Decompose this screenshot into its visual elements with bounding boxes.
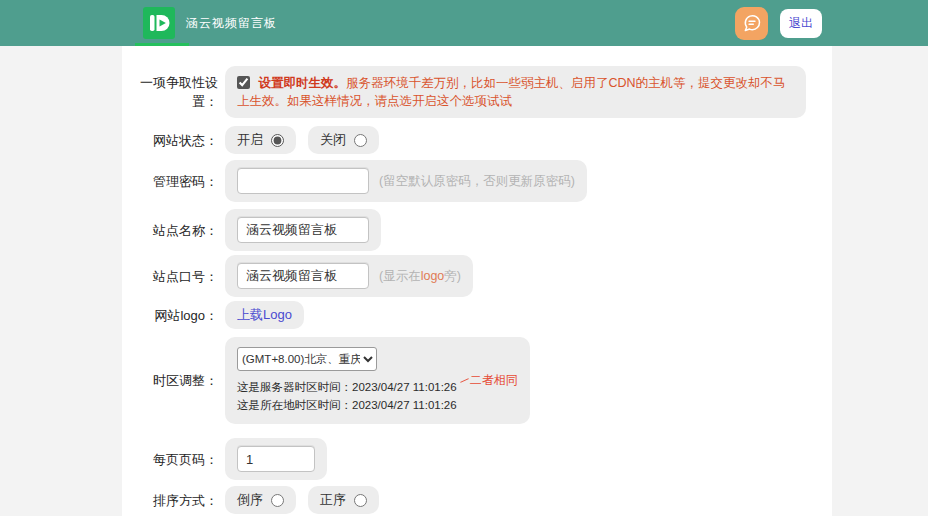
radio-label: 开启 — [237, 131, 263, 149]
field-label: 时区调整： — [122, 371, 218, 390]
field-label: 网站状态： — [122, 131, 218, 150]
admin-password-hint: (留空默认原密码，否则更新原密码) — [379, 173, 575, 190]
row-sort-order: 排序方式： 倒序 正序 — [122, 486, 832, 514]
field-label: 管理密码： — [122, 172, 218, 191]
radio-label: 正序 — [320, 491, 346, 509]
field-label: 站点口号： — [122, 267, 218, 286]
row-admin-password: 管理密码： (留空默认原密码，否则更新原密码) — [122, 160, 832, 202]
page-size-group — [225, 438, 327, 480]
site-status-on-radio[interactable] — [271, 134, 284, 147]
app-title: 涵云视频留言板 — [186, 15, 277, 32]
admin-password-input[interactable] — [237, 168, 369, 194]
chat-icon[interactable] — [735, 7, 768, 40]
field-label: 站点名称： — [122, 221, 218, 240]
site-status-option-off[interactable]: 关闭 — [308, 126, 379, 154]
site-name-input[interactable] — [237, 217, 369, 243]
instant-apply-checkbox[interactable] — [237, 76, 250, 89]
row-site-name: 站点名称： — [122, 209, 832, 251]
site-status-off-radio[interactable] — [354, 134, 367, 147]
row-site-slogan: 站点口号： (显示在logo旁) — [122, 255, 832, 297]
row-page-size: 每页页码： — [122, 438, 832, 480]
site-slogan-group: (显示在logo旁) — [225, 255, 473, 297]
server-time-line: 这是服务器时区时间：2023/04/27 11:01:26 — [237, 378, 457, 396]
field-label: 网站logo： — [122, 306, 218, 325]
upload-logo-link[interactable]: 上载Logo — [237, 306, 292, 324]
times-equal-note: 二者相同 — [460, 372, 518, 389]
notice-highlight: 设置即时生效。 — [258, 76, 346, 90]
radio-label: 关闭 — [320, 131, 346, 149]
sort-order-option-desc[interactable]: 倒序 — [225, 486, 296, 514]
site-slogan-hint: (显示在logo旁) — [379, 268, 461, 285]
sort-asc-radio[interactable] — [354, 494, 367, 507]
upload-logo-pill: 上载Logo — [225, 301, 304, 329]
header: 涵云视频留言板 退出 — [0, 0, 928, 46]
radio-label: 倒序 — [237, 491, 263, 509]
sort-order-option-asc[interactable]: 正序 — [308, 486, 379, 514]
page-size-input[interactable] — [237, 446, 315, 472]
timezone-group: (GMT+8.00)北京、重庆、香 这是服务器时区时间：2023/04/27 1… — [225, 337, 530, 424]
timezone-select[interactable]: (GMT+8.00)北京、重庆、香 — [237, 347, 377, 371]
settings-form: 一项争取性设置： 设置即时生效。服务器环境千差万别，比如一些弱主机、启用了CDN… — [122, 46, 832, 516]
local-time-line: 这是所在地时区时间：2023/04/27 11:01:26 — [237, 396, 457, 414]
row-instant-setting: 一项争取性设置： 设置即时生效。服务器环境千差万别，比如一些弱主机、启用了CDN… — [122, 66, 832, 118]
field-label: 每页页码： — [122, 450, 218, 469]
field-label: 一项争取性设置： — [122, 73, 218, 111]
note-dash — [460, 378, 469, 383]
site-name-group — [225, 209, 381, 251]
app-logo-icon — [143, 7, 175, 39]
site-status-option-on[interactable]: 开启 — [225, 126, 296, 154]
row-site-status: 网站状态： 开启 关闭 — [122, 126, 832, 154]
site-slogan-input[interactable] — [237, 263, 369, 289]
row-site-logo: 网站logo： 上载Logo — [122, 301, 832, 329]
admin-password-group: (留空默认原密码，否则更新原密码) — [225, 160, 587, 202]
row-timezone: 时区调整： (GMT+8.00)北京、重庆、香 这是服务器时区时间：2023/0… — [122, 337, 832, 424]
field-label: 排序方式： — [122, 491, 218, 510]
instant-setting-notice: 设置即时生效。服务器环境千差万别，比如一些弱主机、启用了CDN的主机等，提交更改… — [225, 66, 806, 118]
logout-button[interactable]: 退出 — [780, 9, 822, 38]
sort-desc-radio[interactable] — [271, 494, 284, 507]
